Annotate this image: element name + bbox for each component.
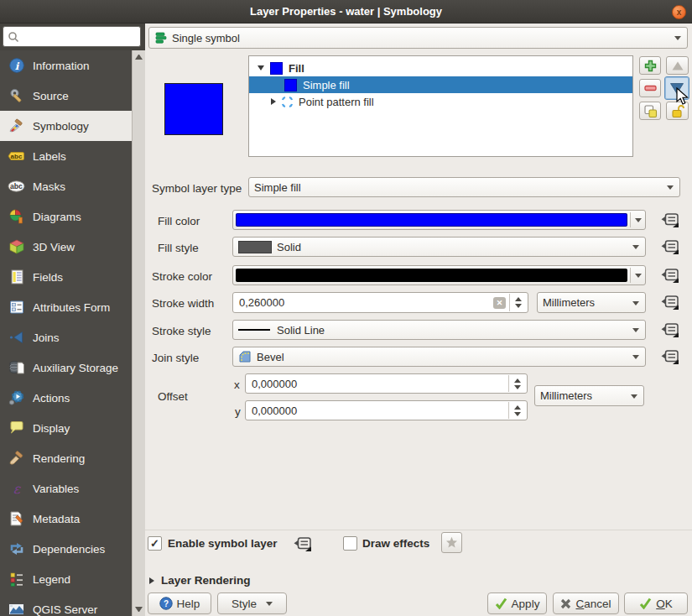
sidebar-item-source[interactable]: Source bbox=[0, 81, 132, 111]
sidebar-scrollbar[interactable] bbox=[132, 50, 145, 616]
spin-down-icon[interactable] bbox=[514, 385, 521, 389]
remove-symbol-layer-button[interactable] bbox=[639, 79, 661, 97]
spinner-buttons[interactable] bbox=[508, 375, 526, 392]
duplicate-symbol-layer-button[interactable] bbox=[639, 102, 661, 120]
fill-color-button[interactable] bbox=[232, 210, 646, 230]
join-style-label: Join style bbox=[152, 352, 199, 364]
close-button[interactable]: x bbox=[672, 5, 686, 19]
add-symbol-layer-button[interactable] bbox=[639, 56, 661, 75]
expander-open-icon[interactable] bbox=[258, 65, 264, 70]
layer-rendering-section[interactable]: Layer Rendering bbox=[149, 574, 251, 587]
sidebar-item-3d-view[interactable]: 3D View bbox=[0, 232, 132, 262]
mouse-cursor bbox=[676, 87, 689, 106]
sidebar-item-labels[interactable]: abc Labels bbox=[0, 141, 132, 171]
offset-x-value: 0,000000 bbox=[252, 378, 297, 390]
divider bbox=[630, 268, 631, 283]
stroke-color-button[interactable] bbox=[232, 265, 646, 285]
divider bbox=[145, 530, 692, 530]
sidebar-item-label: Information bbox=[33, 60, 90, 72]
customize-effects-button[interactable] bbox=[441, 532, 462, 553]
stroke-width-unit-combobox[interactable]: Millimeters bbox=[537, 292, 646, 313]
sidebar-item-fields[interactable]: Fields bbox=[0, 262, 132, 292]
tree-item-point-pattern-fill[interactable]: Point pattern fill bbox=[249, 93, 632, 110]
sidebar-item-masks[interactable]: abc Masks bbox=[0, 171, 132, 201]
sidebar-item-rendering[interactable]: Rendering bbox=[0, 443, 132, 473]
renderer-combobox[interactable]: Single symbol bbox=[148, 27, 688, 49]
spin-up-icon[interactable] bbox=[514, 405, 521, 410]
sidebar-item-information[interactable]: i Information bbox=[0, 50, 132, 81]
style-button-label: Style bbox=[232, 598, 257, 610]
data-defined-override-icon bbox=[660, 268, 680, 285]
spin-down-icon[interactable] bbox=[514, 412, 521, 416]
sidebar-item-auxiliary-storage[interactable]: Auxiliary Storage bbox=[0, 352, 132, 383]
enable-symbol-layer-checkbox[interactable]: ✓ bbox=[148, 536, 162, 551]
search-box[interactable] bbox=[3, 26, 141, 47]
help-button[interactable]: ? Help bbox=[148, 593, 211, 614]
legend-icon bbox=[8, 571, 25, 588]
offset-y-spinbox[interactable]: 0,000000 bbox=[245, 400, 528, 420]
cancel-button[interactable]: Cancel bbox=[553, 593, 619, 614]
enable-symbol-layer-override-button[interactable] bbox=[289, 535, 317, 555]
chevron-down-icon bbox=[674, 36, 681, 40]
clear-field-icon[interactable]: ✕ bbox=[493, 297, 506, 309]
join-style-override-button[interactable] bbox=[656, 347, 684, 368]
sidebar-item-label: Dependencies bbox=[33, 543, 105, 556]
draw-effects-checkbox[interactable] bbox=[343, 536, 357, 551]
sidebar-item-joins[interactable]: Joins bbox=[0, 322, 132, 352]
spinner-buttons[interactable] bbox=[508, 402, 526, 419]
scroll-up-icon[interactable] bbox=[135, 55, 143, 60]
enable-symbol-layer-label: Enable symbol layer bbox=[168, 537, 278, 550]
sidebar-item-dependencies[interactable]: Dependencies bbox=[0, 534, 132, 564]
single-symbol-icon bbox=[154, 31, 168, 44]
fill-swatch-icon bbox=[270, 62, 283, 75]
scroll-down-icon[interactable] bbox=[135, 607, 143, 612]
offset-x-spinbox[interactable]: 0,000000 bbox=[245, 373, 528, 394]
data-defined-override-icon bbox=[293, 536, 313, 553]
labels-icon: abc bbox=[8, 148, 25, 165]
stroke-style-combobox[interactable]: Solid Line bbox=[232, 320, 646, 340]
sidebar-item-label: Actions bbox=[33, 392, 70, 405]
tree-item-simple-fill[interactable]: Simple fill bbox=[249, 76, 632, 93]
spinner-buttons[interactable] bbox=[509, 294, 527, 311]
sidebar-item-display[interactable]: Display bbox=[0, 413, 132, 443]
spin-down-icon[interactable] bbox=[515, 304, 522, 308]
svg-text:abc: abc bbox=[11, 153, 23, 160]
sidebar-item-diagrams[interactable]: Diagrams bbox=[0, 201, 132, 232]
symbol-layer-type-combobox[interactable]: Simple fill bbox=[248, 177, 680, 197]
spin-up-icon[interactable] bbox=[515, 297, 522, 301]
renderer-value: Single symbol bbox=[172, 32, 240, 44]
apply-button[interactable]: Apply bbox=[487, 593, 547, 614]
offset-y-label: y bbox=[235, 405, 241, 418]
fill-color-override-button[interactable] bbox=[656, 211, 684, 231]
offset-unit-combobox[interactable]: Millimeters bbox=[534, 385, 644, 406]
fill-style-override-button[interactable] bbox=[656, 238, 684, 258]
join-style-combobox[interactable]: Bevel bbox=[232, 347, 646, 367]
move-up-button[interactable] bbox=[666, 56, 689, 75]
search-strip bbox=[0, 23, 145, 50]
sidebar-item-qgis-server[interactable]: QGIS Server bbox=[0, 594, 132, 616]
sidebar-item-legend[interactable]: Legend bbox=[0, 564, 132, 594]
style-button[interactable]: Style bbox=[217, 593, 287, 614]
help-button-label: Help bbox=[177, 598, 200, 610]
stroke-width-override-button[interactable] bbox=[656, 293, 684, 313]
spin-up-icon[interactable] bbox=[514, 378, 521, 383]
stroke-width-spinbox[interactable]: 0,260000 ✕ bbox=[232, 292, 528, 313]
sidebar-item-symbology[interactable]: Symbology bbox=[0, 111, 132, 141]
draw-effects-label: Draw effects bbox=[362, 537, 429, 550]
sidebar-item-actions[interactable]: Actions bbox=[0, 383, 132, 413]
stroke-color-override-button[interactable] bbox=[656, 266, 684, 286]
svg-text:?: ? bbox=[164, 599, 169, 608]
stroke-width-label: Stroke width bbox=[152, 297, 214, 310]
search-input[interactable] bbox=[19, 31, 128, 43]
sidebar-item-attributes-form[interactable]: Attributes Form bbox=[0, 292, 132, 322]
expander-closed-icon[interactable] bbox=[271, 98, 276, 105]
svg-text:ε: ε bbox=[13, 481, 21, 497]
minus-icon bbox=[644, 85, 657, 91]
ok-button[interactable]: OK bbox=[624, 593, 688, 614]
stroke-style-override-button[interactable] bbox=[656, 321, 684, 341]
tree-item-fill[interactable]: Fill bbox=[249, 60, 632, 76]
fill-style-combobox[interactable]: Solid bbox=[232, 237, 646, 257]
sidebar-item-variables[interactable]: ε Variables bbox=[0, 473, 132, 504]
sidebar-item-metadata[interactable]: Metadata bbox=[0, 504, 132, 534]
window-title: Layer Properties - water | Symbology bbox=[250, 5, 442, 18]
